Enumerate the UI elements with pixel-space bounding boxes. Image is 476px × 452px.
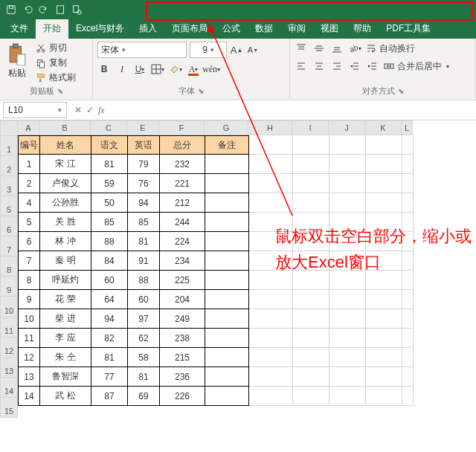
cut-button[interactable]: 剪切 bbox=[36, 42, 76, 54]
table-cell[interactable]: 9 bbox=[18, 290, 40, 309]
table-header-cell[interactable] bbox=[366, 135, 402, 155]
table-cell[interactable]: 2 bbox=[18, 174, 40, 193]
column-header[interactable]: G bbox=[205, 120, 248, 135]
table-cell[interactable] bbox=[402, 155, 414, 174]
table-cell[interactable]: 85 bbox=[91, 213, 128, 232]
table-cell[interactable]: 226 bbox=[160, 387, 205, 406]
italic-button[interactable]: I bbox=[115, 62, 129, 76]
table-cell[interactable]: 13 bbox=[18, 367, 40, 387]
table-cell[interactable]: 81 bbox=[128, 367, 160, 387]
table-cell[interactable] bbox=[293, 387, 329, 406]
table-cell[interactable]: 81 bbox=[128, 232, 160, 251]
align-center-icon[interactable] bbox=[312, 59, 326, 73]
table-cell[interactable] bbox=[366, 193, 402, 213]
table-cell[interactable] bbox=[205, 309, 249, 329]
table-cell[interactable]: 8 bbox=[18, 271, 40, 290]
column-header[interactable]: I bbox=[292, 120, 329, 135]
table-cell[interactable] bbox=[205, 329, 249, 348]
table-cell[interactable]: 柴 进 bbox=[40, 309, 91, 329]
table-cell[interactable]: 79 bbox=[128, 155, 160, 174]
table-cell[interactable]: 林 冲 bbox=[40, 232, 91, 251]
table-cell[interactable]: 94 bbox=[128, 193, 160, 213]
table-cell[interactable]: 212 bbox=[160, 193, 205, 213]
table-cell[interactable] bbox=[402, 193, 414, 213]
increase-font-icon[interactable]: A▲ bbox=[230, 43, 243, 56]
tab-pdf-tools[interactable]: PDF工具集 bbox=[379, 19, 438, 39]
table-cell[interactable]: 关 胜 bbox=[40, 213, 91, 232]
align-right-icon[interactable] bbox=[330, 59, 344, 73]
table-cell[interactable]: 50 bbox=[91, 193, 128, 213]
row-header[interactable]: 12 bbox=[0, 338, 18, 358]
table-cell[interactable]: 秦 明 bbox=[40, 251, 91, 271]
table-header-cell[interactable]: 编号 bbox=[18, 135, 40, 155]
table-cell[interactable] bbox=[366, 174, 402, 193]
table-cell[interactable]: 69 bbox=[128, 387, 160, 406]
table-cell[interactable]: 215 bbox=[160, 348, 205, 367]
table-cell[interactable] bbox=[205, 174, 249, 193]
tab-home[interactable]: 开始 bbox=[36, 19, 68, 39]
table-cell[interactable]: 64 bbox=[91, 290, 128, 309]
row-header[interactable]: 10 bbox=[0, 297, 18, 317]
table-header-cell[interactable]: 英语 bbox=[128, 135, 160, 155]
tab-insert[interactable]: 插入 bbox=[132, 19, 164, 39]
align-top-icon[interactable] bbox=[295, 42, 308, 55]
tab-formulas[interactable]: 公式 bbox=[215, 19, 248, 39]
table-cell[interactable] bbox=[293, 290, 329, 309]
border-button[interactable]: ▾ bbox=[151, 62, 164, 76]
tab-view[interactable]: 视图 bbox=[313, 19, 346, 39]
table-cell[interactable] bbox=[205, 193, 249, 213]
table-cell[interactable]: 97 bbox=[128, 309, 160, 329]
wrap-text-button[interactable]: 自动换行 bbox=[366, 42, 415, 55]
fx-icon[interactable]: fx bbox=[98, 105, 105, 116]
row-header[interactable]: 15 bbox=[0, 398, 18, 418]
font-name-combo[interactable]: 宋体▾ bbox=[97, 42, 187, 58]
increase-indent-icon[interactable] bbox=[366, 59, 379, 73]
table-cell[interactable]: 88 bbox=[91, 232, 128, 251]
column-header[interactable]: C bbox=[91, 120, 127, 135]
table-cell[interactable]: 249 bbox=[160, 309, 205, 329]
table-header-cell[interactable]: 语文 bbox=[91, 135, 128, 155]
table-cell[interactable]: 武 松 bbox=[40, 387, 91, 406]
table-cell[interactable]: 14 bbox=[18, 387, 40, 406]
merge-center-button[interactable]: 合并后居中▾ bbox=[384, 60, 449, 73]
column-header[interactable]: A bbox=[18, 120, 39, 135]
table-cell[interactable] bbox=[249, 387, 293, 406]
align-left-icon[interactable] bbox=[295, 59, 308, 73]
table-cell[interactable]: 60 bbox=[128, 290, 160, 309]
redo-icon[interactable] bbox=[39, 4, 49, 15]
tab-data[interactable]: 数据 bbox=[248, 19, 280, 39]
table-cell[interactable] bbox=[205, 348, 249, 367]
table-cell[interactable]: 84 bbox=[91, 251, 128, 271]
tab-page-layout[interactable]: 页面布局 bbox=[164, 19, 215, 39]
tab-review[interactable]: 审阅 bbox=[280, 19, 313, 39]
table-cell[interactable]: 87 bbox=[91, 387, 128, 406]
table-cell[interactable] bbox=[329, 387, 366, 406]
row-header[interactable]: 2 bbox=[0, 156, 18, 176]
table-cell[interactable] bbox=[402, 348, 414, 367]
save-icon[interactable] bbox=[6, 4, 16, 15]
table-cell[interactable]: 62 bbox=[128, 329, 160, 348]
table-cell[interactable]: 6 bbox=[18, 232, 40, 251]
dialog-launcher-icon[interactable]: ⬊ bbox=[57, 87, 63, 95]
table-cell[interactable]: 60 bbox=[91, 271, 128, 290]
table-cell[interactable] bbox=[329, 329, 366, 348]
table-cell[interactable] bbox=[205, 387, 249, 406]
table-cell[interactable] bbox=[402, 329, 414, 348]
table-cell[interactable] bbox=[366, 309, 402, 329]
table-cell[interactable] bbox=[205, 213, 249, 232]
column-header[interactable]: L bbox=[402, 120, 413, 135]
table-cell[interactable] bbox=[293, 174, 329, 193]
table-cell[interactable] bbox=[293, 329, 329, 348]
table-cell[interactable] bbox=[329, 174, 366, 193]
table-cell[interactable] bbox=[402, 367, 414, 387]
table-cell[interactable]: 58 bbox=[128, 348, 160, 367]
table-cell[interactable] bbox=[329, 290, 366, 309]
table-cell[interactable] bbox=[329, 367, 366, 387]
table-cell[interactable] bbox=[366, 348, 402, 367]
titlebar-blank-area[interactable] bbox=[146, 1, 473, 21]
table-cell[interactable]: 5 bbox=[18, 213, 40, 232]
table-cell[interactable] bbox=[366, 387, 402, 406]
table-cell[interactable] bbox=[402, 387, 414, 406]
table-cell[interactable]: 卢俊义 bbox=[40, 174, 91, 193]
table-cell[interactable] bbox=[205, 251, 249, 271]
